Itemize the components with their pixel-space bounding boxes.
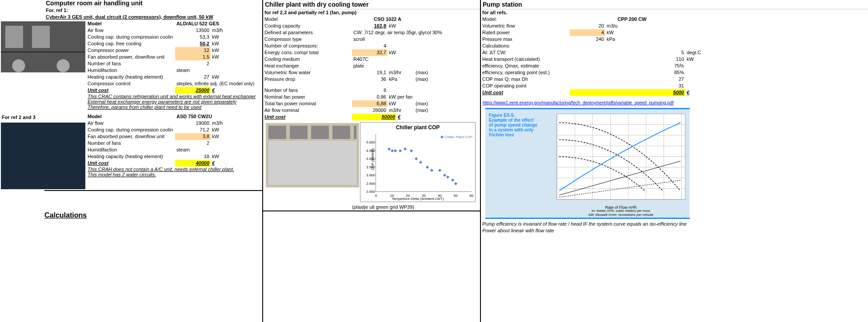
param-value: 12 — [175, 47, 211, 54]
param-value: 0,86 — [352, 94, 388, 100]
ref1-desc: CyberAir 3 GES unit, dual circuit (2 com… — [44, 14, 215, 20]
calc-row: COP max Q; max Dh27 — [481, 76, 868, 83]
data-row: Number of fans2 — [86, 140, 273, 147]
param-value: 4 — [352, 43, 388, 49]
calc-row: Heat transport (calculated)110kW — [481, 56, 868, 63]
param-label: Air flow nominal — [263, 107, 352, 114]
pump-footer: m: meter m³/h: cubic meters per hour kW:… — [556, 209, 685, 217]
sec3-calc-label: Calculations: — [481, 43, 570, 49]
data-row: Heating capacity (heating element)27kW — [86, 74, 273, 80]
param-label: Heat exchanger — [263, 63, 352, 69]
param-note: (max) — [414, 76, 441, 83]
data-row: Humidifactionsteam — [86, 67, 273, 74]
param-unit: kW — [388, 49, 414, 56]
data-row: Heating capacity (heating element)18kW — [86, 153, 273, 160]
data-row: Humidifactionsteam — [86, 147, 273, 153]
param-label: Pressure drop — [263, 76, 352, 83]
data-row: Cooling cap. free cooling50,2kW — [86, 40, 273, 47]
section-pump: Pump station for all refs. Model: CPP 20… — [480, 0, 868, 322]
param-value: 18 — [175, 153, 211, 160]
param-value: steam — [175, 147, 273, 153]
sec3-unitcost-label: Unit cost — [481, 89, 570, 96]
param-label: Humidifaction — [86, 147, 175, 153]
ref23-label: For ref 2 and 3 — [0, 113, 37, 122]
param-label: Number of fans — [86, 140, 175, 147]
param-value: 1,5 — [175, 54, 211, 60]
unitcost-label2: Unit cost — [86, 160, 175, 167]
data-row: Cooling cap. during compression coolin71… — [86, 127, 273, 133]
param-label: Air flow — [86, 120, 175, 127]
data-row: Cooling mediumR407C — [263, 56, 480, 63]
pump-fig-line: Example of the effect — [489, 118, 542, 123]
param-unit: m3/h — [211, 27, 237, 34]
param-value: 6,88 — [352, 100, 388, 107]
param-value: 53,3 — [175, 34, 211, 40]
pump-fig-line: in a system with only — [489, 127, 542, 132]
param-unit: kW — [211, 47, 237, 54]
pump-fig-line: Figure ES-5. — [489, 113, 542, 118]
param-unit: kW — [211, 40, 237, 47]
sec1-title: Computer room air handling unit — [44, 0, 144, 7]
unitcost1-value: 25000 — [175, 87, 211, 94]
param-label: Compressor type — [263, 36, 352, 43]
chart-point — [403, 147, 406, 151]
unitcost1-cur: € — [211, 87, 237, 94]
param-label: Fan absorbed power, downflow unit — [86, 54, 175, 60]
calc-value: 110 — [570, 56, 685, 63]
param-label: Number of fans — [263, 87, 352, 94]
data-row: Fan absorbed power, downflow unit3,8kW — [86, 133, 273, 140]
calc-label: At: ΔT CW: — [481, 49, 570, 56]
param-label: Cooling capacity — [263, 23, 352, 29]
param-value: 27 — [175, 74, 211, 80]
data-row: Number of compressors:4 — [263, 43, 480, 49]
calc-unit: kW — [685, 56, 712, 63]
crah-image — [1, 123, 85, 189]
footnote1: Pump efficiency is invariant of flow rat… — [481, 221, 688, 227]
param-label: Pressure max — [481, 36, 570, 43]
param-label: Heating capacity (heating element) — [86, 74, 175, 80]
calc-row: COP operating point31 — [481, 83, 868, 89]
sec2-title: Chiller plant with dry cooling tower — [263, 0, 480, 9]
section-chiller: Chiller plant with dry cooling tower for… — [262, 0, 480, 322]
calc-unit: degr.C — [685, 49, 712, 56]
param-unit: kPa — [605, 36, 632, 43]
chart-point — [410, 149, 413, 152]
data-row: Volumetric flow20m3/u — [481, 23, 868, 29]
note-line: External heat exchanger energy parameter… — [86, 99, 273, 104]
param-note: (max) — [414, 69, 441, 76]
param-unit: kW — [605, 29, 632, 36]
calc-value: 31 — [570, 83, 685, 89]
param-value: 19,1 — [352, 69, 388, 76]
sec2-sub: for ref 2,3 and partially ref 1 (fan, pu… — [263, 9, 358, 16]
calculations-heading: Calculations — [0, 209, 262, 222]
calc-label: efficiency, Qmax, estimate — [481, 63, 570, 69]
sec2-unitcost-cur: € — [396, 114, 423, 120]
param-value: 2 — [175, 60, 211, 67]
param-label: Humidifaction — [86, 67, 175, 74]
sec3-unitcost: 5000 — [570, 89, 685, 96]
param-unit: m3/u — [605, 23, 632, 29]
chart-point — [391, 149, 394, 152]
param-unit: kW — [211, 153, 237, 160]
data-row: Pressure max240kPa — [481, 36, 868, 43]
sec3-model-label: Model: — [481, 16, 570, 23]
param-label: Volumetric flow water — [263, 69, 352, 76]
calc-row: efficiency, operating point (est.)85% — [481, 69, 868, 76]
data-row: Nominal fan power0,86kW per fan — [263, 94, 480, 100]
param-label: Air flow — [86, 27, 175, 34]
pump-fig-line: of pump speed change — [489, 123, 542, 127]
chart-point — [415, 157, 418, 160]
reference-link[interactable]: https://www1.eere.energy.gov/manufacturi… — [481, 99, 868, 106]
param-value: 36 — [352, 76, 388, 83]
param-unit: kW per fan — [388, 94, 414, 100]
model-label: Model — [86, 20, 175, 27]
param-note: (max) — [414, 100, 441, 107]
param-value: CW: 7/12 degr, air temp 35gr, glycol 30% — [352, 29, 450, 36]
calc-value: 27 — [570, 76, 685, 83]
sec3-title: Pump station — [481, 0, 868, 9]
chart-point — [438, 169, 441, 172]
chart-point — [399, 149, 402, 152]
param-value: plate — [352, 63, 450, 69]
chiller-image — [266, 123, 359, 187]
param-label: Compressor power — [86, 47, 175, 54]
